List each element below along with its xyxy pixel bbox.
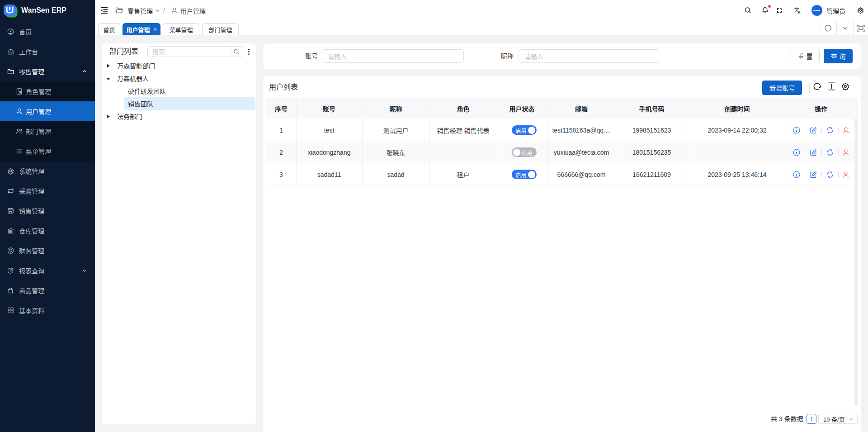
svg-text:A: A <box>797 10 801 14</box>
